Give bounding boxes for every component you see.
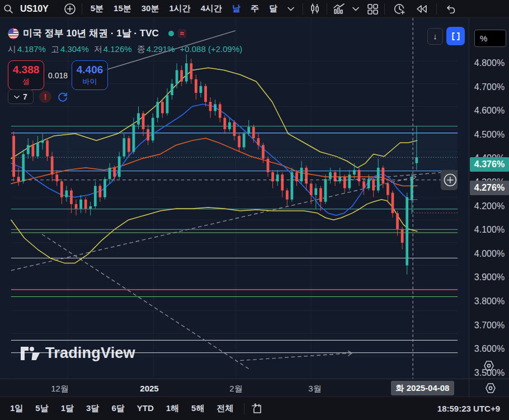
interval-button-주[interactable]: 주 — [246, 0, 264, 18]
range-button-1달[interactable]: 1달 — [55, 403, 80, 414]
undo-arrow-icon — [445, 4, 456, 13]
indicator-warning-icon[interactable]: ! — [39, 91, 51, 103]
range-button-1해[interactable]: 1해 — [160, 403, 185, 414]
range-button-YTD[interactable]: YTD — [131, 403, 160, 414]
price-tick: 3.900% — [469, 272, 509, 282]
close-value: 4.291% — [147, 44, 175, 54]
price-tick: 4.500% — [469, 130, 509, 140]
interval-button-5분[interactable]: 5분 — [86, 0, 109, 18]
chevron-down-icon — [352, 7, 359, 11]
toolbar-separator — [384, 3, 385, 15]
price-tick: 3.800% — [469, 296, 509, 306]
toolbar-separator — [303, 3, 303, 15]
indicators-menu-button[interactable] — [347, 0, 364, 18]
refresh-icon[interactable] — [57, 91, 68, 102]
range-button-5해[interactable]: 5해 — [185, 403, 210, 414]
price-axis[interactable]: % 4.800%4.700%4.600%4.500%4.400%4.300%4.… — [469, 18, 509, 379]
buy-price: 4.406 — [77, 64, 103, 76]
down-arrow-icon: ↓ — [433, 31, 437, 41]
indicator-count: 7 — [23, 92, 27, 101]
symbol-name[interactable]: US10Y — [17, 0, 54, 18]
time-axis-settings-button[interactable] — [484, 382, 497, 397]
buy-button[interactable]: 4.406 바이 — [72, 60, 108, 90]
range-button-5날[interactable]: 5날 — [29, 403, 54, 414]
chevron-down-icon — [14, 95, 20, 99]
interval-button-30분[interactable]: 30분 — [136, 0, 164, 18]
tradingview-logo-icon — [20, 346, 40, 361]
price-tick: 3.700% — [469, 320, 509, 331]
us-flag-icon — [8, 28, 19, 39]
price-tick: 4.800% — [469, 58, 509, 68]
chart-legend: 미국 정부 10년 채권 · 1날 · TVC ≈ 시4.187% 고4.304… — [8, 27, 242, 55]
price-unit: % — [480, 34, 487, 43]
indicator-count-dropdown[interactable]: 7 — [8, 89, 34, 104]
indicator-row: 7 ! — [8, 89, 68, 104]
interval-button-달[interactable]: 달 — [264, 0, 282, 18]
interval-button-15분[interactable]: 15분 — [109, 0, 136, 18]
price-unit-button[interactable]: % — [474, 30, 506, 47]
rewind-icon — [416, 4, 427, 13]
undo-button[interactable] — [440, 0, 461, 18]
range-button-1일[interactable]: 1일 — [9, 403, 29, 414]
crosshair-price-badge: 4.276% — [470, 181, 509, 195]
sell-label: 셀 — [22, 77, 30, 87]
toolbar-separator — [244, 403, 244, 414]
go-to-date-button[interactable] — [249, 400, 266, 418]
high-label: 고 — [51, 44, 59, 54]
crosshair-date-badge: 화 2025-04-08 — [391, 381, 454, 395]
layout-grid-icon — [367, 3, 378, 15]
top-toolbar: US10Y 5분15분30분1시간4시간날주달 — [0, 0, 509, 18]
interval-menu-button[interactable] — [282, 0, 299, 18]
chart-style-button[interactable] — [307, 0, 323, 18]
search-icon — [3, 4, 13, 14]
sell-button[interactable]: 4.388 셀 — [8, 60, 44, 90]
change-value: +0.088 (+2.09%) — [180, 44, 243, 55]
close-label: 종 — [137, 44, 145, 54]
calendar-goto-icon — [252, 403, 263, 414]
symbol-search-button[interactable] — [0, 0, 17, 18]
layout-button[interactable] — [364, 0, 381, 18]
range-button-6달[interactable]: 6달 — [105, 403, 130, 414]
price-tick: 4.200% — [469, 201, 509, 211]
toolbar-separator — [82, 3, 82, 15]
time-label-2025: 2025 — [140, 384, 158, 393]
toolbar-separator — [436, 3, 437, 15]
candlestick-style-icon — [309, 3, 321, 15]
watermark-text: TradingView — [45, 345, 135, 362]
time-axis[interactable]: 12월20252월3월 화 2025-04-08 — [0, 379, 509, 397]
spread-value: 0.018 — [44, 71, 72, 80]
toolbar-separator — [327, 3, 327, 15]
scroll-to-recent-button[interactable]: ↓ — [427, 28, 443, 45]
indicators-button[interactable] — [331, 0, 347, 18]
replay-button[interactable] — [411, 0, 433, 18]
trade-panel: 4.388 셀 0.018 4.406 바이 — [8, 60, 108, 90]
symbol-title[interactable]: 미국 정부 10년 채권 · 1날 · TVC — [23, 27, 159, 40]
price-tick: 3.600% — [469, 344, 509, 354]
alert-button[interactable] — [388, 0, 411, 18]
compare-add-button[interactable] — [62, 0, 78, 18]
interval-button-1시간[interactable]: 1시간 — [164, 0, 195, 18]
price-tick: 4.100% — [469, 225, 509, 235]
interval-button-4시간[interactable]: 4시간 — [196, 0, 227, 18]
auto-fit-brackets-icon — [451, 32, 460, 41]
interval-button-날[interactable]: 날 — [227, 0, 246, 18]
auto-fit-button[interactable] — [446, 27, 465, 45]
buy-label: 바이 — [83, 77, 97, 87]
axis-corner-separator — [469, 379, 469, 398]
hexagon-gear-icon — [484, 382, 497, 394]
market-status-icon — [168, 31, 174, 36]
price-axis-settings-button[interactable] — [483, 360, 495, 374]
session-clock[interactable]: 18:59:23 UTC+9 — [437, 404, 500, 413]
delayed-data-icon[interactable]: ≈ — [178, 29, 186, 38]
chart-pane[interactable]: 미국 정부 10년 채권 · 1날 · TVC ≈ 시4.187% 고4.304… — [0, 18, 509, 379]
indicators-icon — [333, 3, 345, 15]
price-tick: 4.600% — [469, 106, 509, 116]
hexagon-gear-icon — [483, 360, 495, 372]
range-button-3달[interactable]: 3달 — [80, 403, 105, 414]
chart-scale-controls: ↓ — [427, 27, 465, 45]
ohlc-row: 시4.187% 고4.304% 저4.126% 종4.291% +0.088 (… — [8, 44, 242, 55]
price-tick: 4.000% — [469, 249, 509, 259]
low-value: 4.126% — [103, 44, 132, 54]
range-button-전체[interactable]: 전체 — [210, 403, 239, 414]
low-label: 저 — [94, 44, 102, 54]
